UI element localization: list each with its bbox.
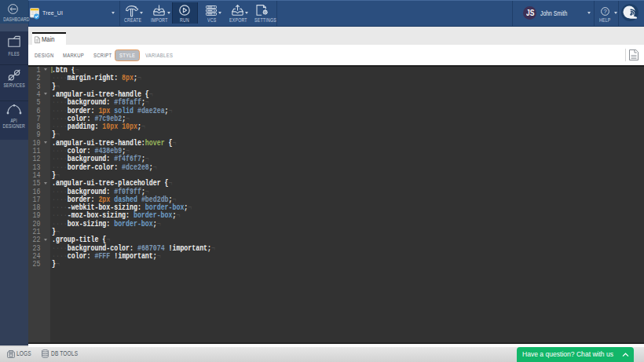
svg-text:?: ? <box>603 8 606 15</box>
